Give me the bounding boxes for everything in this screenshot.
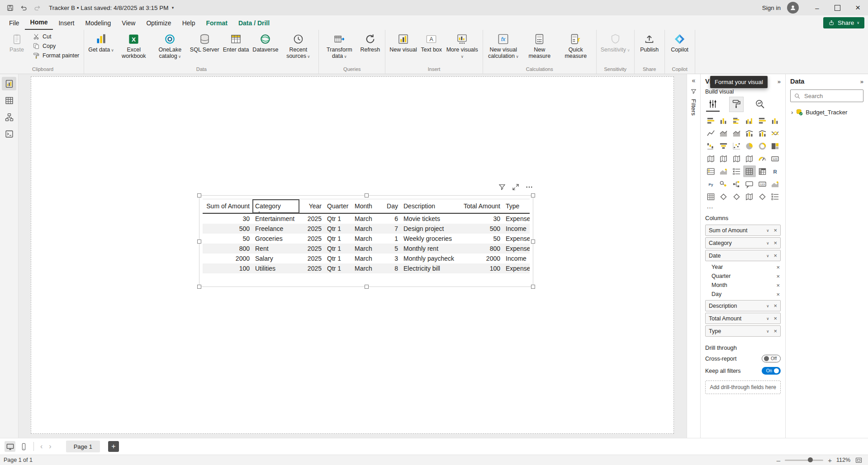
tab-format-visual[interactable] xyxy=(730,97,743,112)
field-month[interactable]: Month× xyxy=(711,281,780,290)
table-cell[interactable]: March xyxy=(352,244,379,254)
field-dropdown-icon[interactable]: ∨ xyxy=(766,254,769,258)
table-cell[interactable]: 6 xyxy=(379,213,401,224)
focus-mode-icon[interactable] xyxy=(512,183,520,191)
undo-icon[interactable] xyxy=(17,1,30,14)
ribbon-dataverse-button[interactable]: Dataverse xyxy=(251,31,280,53)
visual-type-paginated-report[interactable] xyxy=(704,191,717,202)
remove-field-icon[interactable]: × xyxy=(773,303,777,309)
table-cell[interactable]: 500 xyxy=(458,224,503,234)
ribbon-transform-data-button[interactable]: Transform data ∨ xyxy=(321,31,357,60)
filters-pane-collapsed[interactable]: « Filters xyxy=(687,74,700,438)
table-cell[interactable]: Electricity bill xyxy=(401,263,458,273)
visual-type-card[interactable]: 123 xyxy=(769,153,782,164)
ribbon-tab-modeling[interactable]: Modeling xyxy=(80,17,116,30)
visual-type-r-script-visual[interactable]: R xyxy=(769,165,782,177)
column-header-sum-of-amount[interactable]: Sum of Amount xyxy=(203,199,252,214)
more-visual-options[interactable]: … xyxy=(701,202,785,209)
ribbon-publish-button[interactable]: Publish xyxy=(637,31,662,53)
visual-type-waterfall-chart[interactable] xyxy=(704,140,717,152)
visual-type-power-automate[interactable] xyxy=(730,191,743,202)
visual-type-matrix[interactable] xyxy=(756,165,768,177)
field-dropdown-icon[interactable]: ∨ xyxy=(766,241,769,245)
visual-type-ribbon-chart[interactable] xyxy=(769,127,782,139)
visual-type-line-chart[interactable] xyxy=(704,127,717,139)
ribbon-copy-button[interactable]: Copy xyxy=(31,42,81,50)
report-page[interactable]: Sum of AmountCategory▲YearQuarterMonthDa… xyxy=(31,76,674,434)
visual-type-funnel-chart[interactable] xyxy=(717,140,730,152)
ribbon-format-painter-button[interactable]: Format painter xyxy=(31,52,81,60)
selection-handle[interactable] xyxy=(197,193,201,197)
table-cell[interactable]: Income xyxy=(503,254,530,263)
table-cell[interactable]: 2000 xyxy=(458,254,503,263)
ribbon-tab-help[interactable]: Help xyxy=(177,17,201,30)
ribbon-quick-measure-button[interactable]: Quick measure xyxy=(558,31,594,60)
table-cell[interactable]: 2025 xyxy=(299,263,324,273)
table-cell[interactable]: March xyxy=(352,213,379,224)
table-cell[interactable]: 50 xyxy=(458,234,503,244)
desktop-layout-button[interactable] xyxy=(5,441,15,452)
tab-analytics[interactable] xyxy=(753,97,767,112)
visual-type-clustered-column-chart[interactable] xyxy=(743,115,756,127)
ribbon-get-data-button[interactable]: Get data ∨ xyxy=(86,31,116,53)
ribbon-tab-insert[interactable]: Insert xyxy=(53,17,80,30)
report-canvas[interactable]: Sum of AmountCategory▲YearQuarterMonthDa… xyxy=(19,74,687,438)
table-cell[interactable]: 100 xyxy=(203,263,252,273)
visual-type-power-apps[interactable] xyxy=(717,191,730,202)
remove-field-icon[interactable]: × xyxy=(773,253,777,258)
table-cell[interactable]: 2000 xyxy=(203,254,252,263)
field-dropdown-icon[interactable]: ∨ xyxy=(766,228,769,233)
table-cell[interactable]: March xyxy=(352,254,379,263)
table-cell[interactable]: Rent xyxy=(252,244,299,254)
field-dropdown-icon[interactable]: ∨ xyxy=(766,316,769,321)
table-cell[interactable]: 50 xyxy=(203,234,252,244)
table-cell[interactable]: Qtr 1 xyxy=(324,213,352,224)
column-header-total-amount[interactable]: Total Amount xyxy=(458,199,503,214)
table-cell[interactable]: Qtr 1 xyxy=(324,254,352,263)
visual-type-clustered-bar-chart[interactable] xyxy=(730,115,743,127)
field-day[interactable]: Day× xyxy=(711,290,780,299)
selection-handle[interactable] xyxy=(531,240,535,244)
visual-type-q-and-a[interactable] xyxy=(743,178,756,190)
visual-type-custom-visual[interactable] xyxy=(756,191,768,202)
field-well-description[interactable]: Description∨× xyxy=(705,300,781,311)
page-tab[interactable]: Page 1 xyxy=(66,441,100,452)
visual-type-decomposition-tree[interactable] xyxy=(730,178,743,190)
table-cell[interactable]: 7 xyxy=(379,224,401,234)
visual-type-area-chart[interactable] xyxy=(717,127,730,139)
table-cell[interactable]: Qtr 1 xyxy=(324,244,352,254)
selection-handle[interactable] xyxy=(365,285,369,289)
column-header-type[interactable]: Type xyxy=(503,199,530,214)
field-well-type[interactable]: Type∨× xyxy=(705,325,781,337)
table-cell[interactable]: 2025 xyxy=(299,224,324,234)
drill-through-dropzone[interactable]: Add drill-through fields here xyxy=(705,380,781,394)
ribbon-tab-data-drill[interactable]: Data / Drill xyxy=(233,17,275,30)
visual-type-stacked-column-chart[interactable] xyxy=(717,115,730,127)
remove-field-icon[interactable]: × xyxy=(773,227,777,233)
zoom-in-button[interactable]: + xyxy=(828,456,832,464)
zoom-slider[interactable] xyxy=(785,460,823,461)
field-year[interactable]: Year× xyxy=(711,263,780,272)
table-cell[interactable]: March xyxy=(352,263,379,273)
field-dropdown-icon[interactable]: ∨ xyxy=(766,304,769,308)
sign-in-link[interactable]: Sign in xyxy=(762,5,781,11)
table-cell[interactable]: Freelance xyxy=(252,224,299,234)
selection-handle[interactable] xyxy=(531,285,535,289)
more-options-icon[interactable] xyxy=(525,183,533,191)
visual-type-100-stacked-column-chart[interactable] xyxy=(769,115,782,127)
fit-to-page-icon[interactable] xyxy=(855,456,863,464)
table-cell[interactable]: Salary xyxy=(252,254,299,263)
visual-type-key-influencers[interactable] xyxy=(717,178,730,190)
field-well-date[interactable]: Date∨× xyxy=(705,250,781,261)
ribbon-tab-home[interactable]: Home xyxy=(25,16,53,30)
table-cell[interactable]: 2025 xyxy=(299,234,324,244)
share-button[interactable]: Share ∨ xyxy=(823,17,864,28)
visual-type-line-and-clustered-column-chart[interactable] xyxy=(756,127,768,139)
ribbon-text-box-button[interactable]: AText box xyxy=(419,31,444,53)
title-caret-icon[interactable]: ▾ xyxy=(172,5,174,10)
table-cell[interactable]: Expense xyxy=(503,244,530,254)
column-header-description[interactable]: Description xyxy=(401,199,458,214)
field-quarter[interactable]: Quarter× xyxy=(711,272,780,281)
add-page-button[interactable]: + xyxy=(108,441,119,452)
table-cell[interactable]: 1 xyxy=(379,234,401,244)
